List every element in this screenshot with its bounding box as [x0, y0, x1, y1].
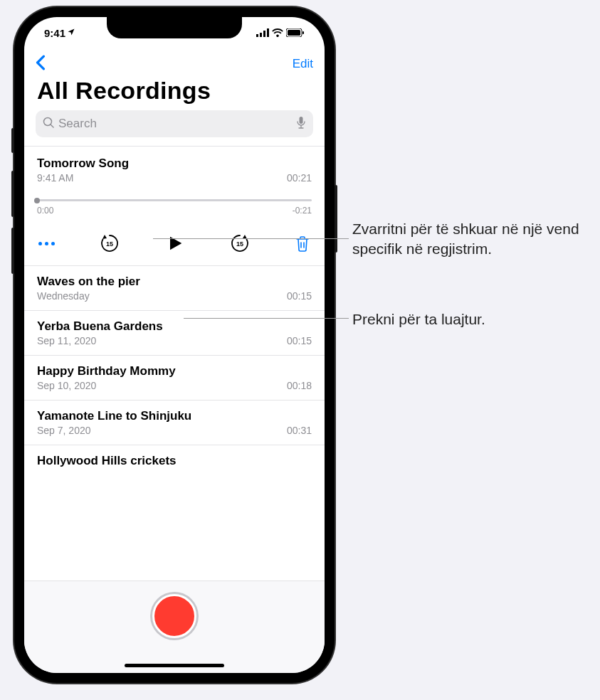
- screen: 9:41 Edit All: [24, 17, 325, 673]
- record-button[interactable]: [152, 594, 196, 638]
- recording-date: Sep 7, 2020: [37, 425, 91, 436]
- recording-item[interactable]: Yamanote Line to Shinjuku Sep 7, 2020 00…: [24, 401, 325, 445]
- nav-bar: Edit: [24, 48, 325, 77]
- recording-duration: 00:18: [287, 380, 312, 391]
- recording-title: Yerba Buena Gardens: [37, 319, 312, 334]
- recording-title: Happy Birthday Mommy: [37, 364, 312, 378]
- cellular-icon: [256, 27, 269, 39]
- play-button[interactable]: [165, 233, 185, 253]
- recording-title: Tomorrow Song: [37, 157, 312, 171]
- svg-rect-3: [267, 28, 269, 37]
- location-icon: [67, 28, 75, 38]
- silent-switch: [11, 128, 14, 153]
- bottom-toolbar: [24, 580, 325, 673]
- svg-rect-1: [260, 33, 262, 37]
- recording-duration: 00:15: [287, 335, 312, 346]
- phone-frame: 9:41 Edit All: [14, 7, 335, 683]
- battery-icon: [286, 27, 305, 39]
- volume-up-button: [11, 171, 14, 217]
- wifi-icon: [272, 27, 283, 39]
- recording-date: Sep 11, 2020: [37, 335, 96, 346]
- recording-date: Wednesday: [37, 290, 90, 302]
- scrub-remaining: -0:21: [293, 206, 312, 216]
- more-options-button[interactable]: [38, 242, 55, 245]
- callout-line: [153, 238, 349, 239]
- recording-item[interactable]: Hollywood Hills crickets: [24, 445, 325, 471]
- svg-text:15: 15: [106, 240, 113, 248]
- callout-play: Prekni për ta luajtur.: [352, 309, 587, 329]
- back-button[interactable]: [36, 55, 46, 73]
- recording-duration: 00:15: [287, 290, 312, 302]
- playback-scrubber[interactable]: 0:00 -0:21: [37, 199, 312, 216]
- power-button: [335, 185, 337, 253]
- status-time: 9:41: [44, 27, 65, 39]
- svg-rect-2: [263, 31, 265, 37]
- scrubber-thumb[interactable]: [34, 198, 40, 203]
- callout-line: [184, 318, 349, 319]
- search-input[interactable]: [58, 117, 292, 131]
- svg-line-8: [51, 124, 53, 127]
- recording-title: Hollywood Hills crickets: [37, 454, 312, 468]
- scrub-elapsed: 0:00: [37, 206, 53, 216]
- recording-title: Yamanote Line to Shinjuku: [37, 409, 312, 423]
- recording-date: Sep 10, 2020: [37, 380, 96, 391]
- recording-expanded[interactable]: Tomorrow Song 9:41 AM 00:21 0:00 -0:21: [24, 147, 325, 266]
- svg-text:15: 15: [236, 240, 243, 248]
- recording-duration: 00:21: [287, 172, 312, 184]
- page-title: All Recordings: [24, 77, 325, 110]
- recording-item[interactable]: Happy Birthday Mommy Sep 10, 2020 00:18: [24, 356, 325, 401]
- recording-duration: 00:31: [287, 425, 312, 436]
- svg-rect-5: [288, 30, 300, 36]
- svg-rect-9: [300, 117, 303, 124]
- search-field[interactable]: [36, 110, 313, 137]
- home-indicator[interactable]: [125, 664, 224, 667]
- volume-down-button: [11, 228, 14, 274]
- recording-title: Waves on the pier: [37, 275, 312, 289]
- edit-button[interactable]: Edit: [293, 57, 313, 71]
- svg-rect-0: [256, 34, 258, 37]
- callout-scrub: Zvarritni për të shkuar në një vend spec…: [352, 219, 587, 260]
- svg-rect-6: [302, 31, 304, 34]
- dictate-icon[interactable]: [296, 116, 306, 132]
- notch: [107, 17, 242, 38]
- skip-forward-15-button[interactable]: 15: [229, 233, 251, 254]
- delete-button[interactable]: [295, 235, 310, 252]
- skip-back-15-button[interactable]: 15: [99, 233, 120, 254]
- scrubber-track[interactable]: [37, 199, 312, 201]
- recording-item[interactable]: Waves on the pier Wednesday 00:15: [24, 266, 325, 311]
- search-icon: [43, 117, 54, 131]
- recording-time: 9:41 AM: [37, 172, 73, 184]
